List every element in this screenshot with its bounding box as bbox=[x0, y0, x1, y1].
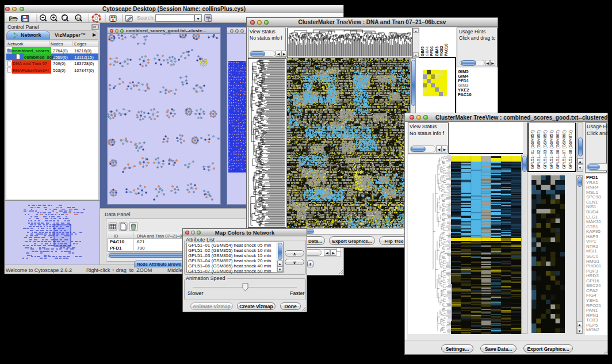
svg-text:1:1: 1:1 bbox=[76, 17, 81, 20]
